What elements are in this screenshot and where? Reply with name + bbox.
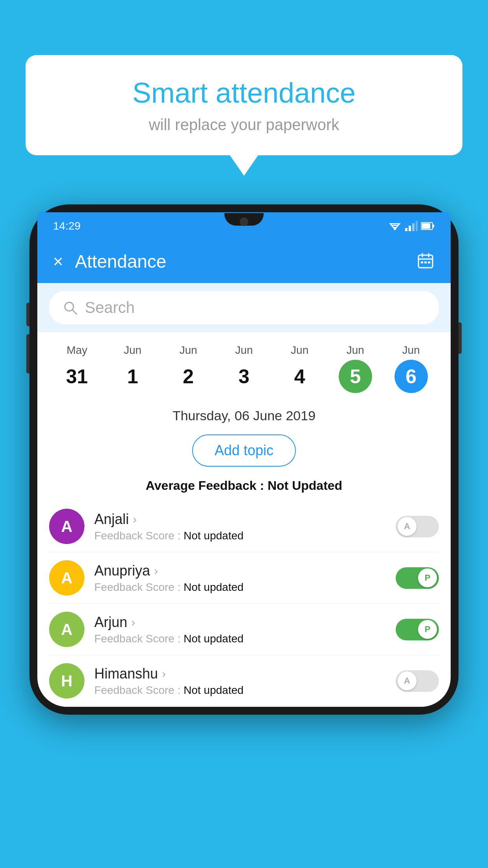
volume-down-button — [26, 334, 29, 373]
clock: 14:29 — [53, 220, 81, 232]
cal-month-label: Jun — [180, 344, 197, 357]
cal-date-number: 4 — [283, 360, 316, 393]
cal-date-number: 31 — [60, 360, 94, 393]
search-bar-container: Search — [37, 283, 451, 332]
student-info: Himanshu ›Feedback Score : Not updated — [94, 666, 386, 697]
search-placeholder: Search — [85, 299, 135, 316]
attendance-toggle[interactable]: A — [396, 516, 439, 537]
student-info: Arjun ›Feedback Score : Not updated — [94, 614, 386, 645]
calendar-strip: May31Jun1Jun2Jun3Jun4Jun5Jun6 — [37, 332, 451, 401]
chevron-right-icon: › — [133, 513, 137, 526]
speech-bubble-container: Smart attendance will replace your paper… — [26, 55, 462, 155]
calendar-icon[interactable] — [416, 251, 435, 272]
signal-icon — [405, 221, 418, 231]
feedback-value: Not updated — [183, 633, 244, 645]
toggle-on: P — [396, 567, 439, 589]
close-button[interactable]: × — [53, 252, 63, 271]
cal-month-label: Jun — [124, 344, 141, 357]
cal-date-number: 1 — [116, 360, 149, 393]
svg-rect-6 — [422, 223, 430, 229]
student-feedback: Feedback Score : Not updated — [94, 581, 386, 594]
add-topic-container: Add topic — [37, 430, 451, 474]
cal-date-number: 5 — [339, 360, 372, 393]
feedback-value: Not updated — [183, 530, 244, 542]
volume-up-button — [26, 303, 29, 326]
speech-bubble-title: Smart attendance — [49, 77, 439, 109]
toggle-off: A — [396, 516, 439, 537]
wifi-icon — [388, 221, 402, 232]
power-button — [459, 322, 462, 354]
student-info: Anupriya ›Feedback Score : Not updated — [94, 563, 386, 594]
svg-rect-7 — [433, 224, 434, 228]
phone-container: 14:29 — [29, 204, 459, 715]
feedback-value: Not updated — [183, 581, 244, 593]
svg-point-0 — [394, 228, 396, 230]
svg-rect-2 — [409, 226, 411, 231]
cal-month-label: Jun — [347, 344, 364, 357]
svg-line-16 — [72, 310, 77, 314]
toggle-knob: A — [398, 517, 416, 536]
student-feedback: Feedback Score : Not updated — [94, 633, 386, 645]
cal-month-label: Jun — [235, 344, 253, 357]
toggle-knob: P — [418, 620, 437, 639]
feedback-value: Not updated — [183, 684, 244, 696]
attendance-toggle[interactable]: P — [396, 567, 439, 589]
attendance-toggle[interactable]: A — [396, 670, 439, 692]
student-name: Arjun › — [94, 614, 386, 631]
student-feedback: Feedback Score : Not updated — [94, 684, 386, 697]
toggle-knob: A — [398, 671, 416, 690]
calendar-day-4[interactable]: Jun4 — [283, 344, 316, 393]
add-topic-button[interactable]: Add topic — [192, 434, 296, 467]
cal-date-number: 2 — [172, 360, 205, 393]
search-bar[interactable]: Search — [49, 291, 439, 324]
cal-month-label: Jun — [291, 344, 308, 357]
svg-rect-3 — [412, 223, 415, 231]
student-item[interactable]: AAnjali ›Feedback Score : Not updated A — [49, 501, 439, 552]
svg-rect-12 — [421, 261, 423, 263]
battery-icon — [421, 222, 435, 230]
student-name: Anupriya › — [94, 563, 386, 579]
calendar-day-2[interactable]: Jun2 — [172, 344, 205, 393]
chevron-right-icon: › — [162, 667, 166, 680]
avatar: H — [49, 663, 84, 699]
student-name: Anjali › — [94, 511, 386, 528]
toggle-knob: P — [418, 568, 437, 587]
attendance-toggle[interactable]: P — [396, 619, 439, 640]
avatar: A — [49, 509, 84, 544]
svg-rect-4 — [416, 221, 418, 231]
chevron-right-icon: › — [154, 564, 158, 577]
calendar-day-1[interactable]: Jun1 — [116, 344, 149, 393]
calendar-day-5[interactable]: Jun5 — [339, 344, 372, 393]
calendar-day-0[interactable]: May31 — [60, 344, 94, 393]
avatar: A — [49, 612, 84, 647]
svg-rect-14 — [428, 261, 430, 263]
svg-rect-1 — [405, 228, 407, 231]
cal-month-label: May — [66, 344, 87, 357]
student-name: Himanshu › — [94, 666, 386, 682]
student-feedback: Feedback Score : Not updated — [94, 530, 386, 542]
avg-feedback: Average Feedback : Not Updated — [37, 474, 451, 501]
toggle-off: A — [396, 670, 439, 692]
phone-screen: × Attendance — [37, 240, 451, 707]
cal-date-number: 3 — [227, 360, 261, 393]
avatar: A — [49, 560, 84, 596]
phone: 14:29 — [29, 204, 459, 715]
student-info: Anjali ›Feedback Score : Not updated — [94, 511, 386, 542]
student-item[interactable]: HHimanshu ›Feedback Score : Not updated … — [49, 655, 439, 707]
search-icon — [63, 300, 78, 315]
avg-feedback-value: Not Updated — [268, 478, 342, 493]
svg-rect-13 — [424, 261, 427, 263]
student-item[interactable]: AArjun ›Feedback Score : Not updated P — [49, 604, 439, 655]
selected-date-label: Thursday, 06 June 2019 — [37, 401, 451, 430]
student-list: AAnjali ›Feedback Score : Not updated A … — [37, 501, 451, 707]
speech-bubble-subtitle: will replace your paperwork — [49, 116, 439, 134]
app-bar: × Attendance — [37, 240, 451, 283]
avg-feedback-label: Average Feedback : — [146, 478, 268, 493]
cal-month-label: Jun — [402, 344, 420, 357]
toggle-on: P — [396, 619, 439, 640]
calendar-day-6[interactable]: Jun6 — [394, 344, 428, 393]
student-item[interactable]: AAnupriya ›Feedback Score : Not updated … — [49, 552, 439, 604]
chevron-right-icon: › — [131, 616, 135, 629]
speech-bubble: Smart attendance will replace your paper… — [26, 55, 462, 155]
calendar-day-3[interactable]: Jun3 — [227, 344, 261, 393]
